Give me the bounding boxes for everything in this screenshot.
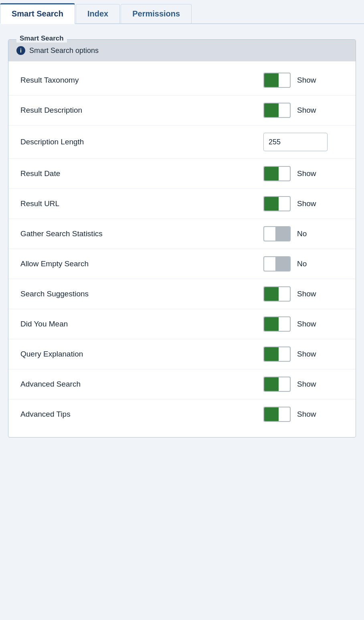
setting-row-search-suggestions: Search SuggestionsShow <box>8 279 356 309</box>
tab-smart-search[interactable]: Smart Search <box>0 3 75 24</box>
options-banner-text: Smart Search options <box>29 47 99 55</box>
setting-row-gather-search-statistics: Gather Search StatisticsNo <box>8 219 356 249</box>
input-description-length[interactable] <box>263 133 328 151</box>
toggle-advanced-tips[interactable] <box>263 407 291 422</box>
setting-status-advanced-tips: Show <box>297 410 317 419</box>
toggle-did-you-mean[interactable] <box>263 316 291 332</box>
setting-control-search-suggestions: Show <box>263 286 344 302</box>
setting-row-description-length: Description Length <box>8 126 356 159</box>
tab-index[interactable]: Index <box>76 4 120 23</box>
setting-row-allow-empty-search: Allow Empty SearchNo <box>8 249 356 279</box>
setting-status-did-you-mean: Show <box>297 320 317 328</box>
setting-row-did-you-mean: Did You MeanShow <box>8 309 356 339</box>
setting-control-result-date: Show <box>263 166 344 181</box>
setting-row-advanced-tips: Advanced TipsShow <box>8 399 356 429</box>
toggle-advanced-search[interactable] <box>263 377 291 392</box>
toggle-thumb-allow-empty-search <box>275 257 290 271</box>
toggle-thumb-gather-search-statistics <box>275 227 290 241</box>
setting-label-advanced-tips: Advanced Tips <box>20 410 263 419</box>
toggle-query-explanation[interactable] <box>263 346 291 362</box>
setting-status-gather-search-statistics: No <box>297 229 317 238</box>
setting-label-search-suggestions: Search Suggestions <box>20 290 263 298</box>
setting-label-did-you-mean: Did You Mean <box>20 320 263 328</box>
setting-label-result-date: Result Date <box>20 169 263 178</box>
toggle-result-url[interactable] <box>263 196 291 211</box>
setting-status-result-description: Show <box>297 106 317 115</box>
setting-status-advanced-search: Show <box>297 380 317 389</box>
toggle-thumb-search-suggestions <box>264 287 279 301</box>
toggle-allow-empty-search[interactable] <box>263 256 291 272</box>
settings-container: Result TaxonomyShowResult DescriptionSho… <box>8 65 356 429</box>
toggle-thumb-did-you-mean <box>264 317 279 331</box>
setting-status-allow-empty-search: No <box>297 259 317 268</box>
toggle-thumb-result-date <box>264 167 279 180</box>
setting-control-query-explanation: Show <box>263 346 344 362</box>
setting-control-result-description: Show <box>263 103 344 118</box>
setting-control-description-length <box>263 133 344 151</box>
setting-row-result-date: Result DateShow <box>8 159 356 189</box>
content-area: Smart Search i Smart Search options Resu… <box>0 24 364 449</box>
toggle-result-date[interactable] <box>263 166 291 181</box>
toggle-result-taxonomy[interactable] <box>263 73 291 88</box>
toggle-gather-search-statistics[interactable] <box>263 226 291 241</box>
setting-label-description-length: Description Length <box>20 138 263 146</box>
setting-label-gather-search-statistics: Gather Search Statistics <box>20 229 263 238</box>
setting-control-advanced-search: Show <box>263 377 344 392</box>
setting-control-gather-search-statistics: No <box>263 226 344 241</box>
setting-row-advanced-search: Advanced SearchShow <box>8 369 356 399</box>
toggle-thumb-advanced-tips <box>264 407 279 421</box>
setting-row-result-taxonomy: Result TaxonomyShow <box>8 65 356 95</box>
setting-status-result-date: Show <box>297 169 317 178</box>
tabs-bar: Smart Search Index Permissions <box>0 0 364 24</box>
setting-status-query-explanation: Show <box>297 350 317 359</box>
setting-label-result-description: Result Description <box>20 106 263 115</box>
setting-row-result-description: Result DescriptionShow <box>8 95 356 126</box>
toggle-thumb-advanced-search <box>264 377 279 391</box>
tab-permissions[interactable]: Permissions <box>121 4 192 23</box>
setting-row-result-url: Result URLShow <box>8 189 356 219</box>
setting-status-search-suggestions: Show <box>297 290 317 298</box>
setting-label-allow-empty-search: Allow Empty Search <box>20 259 263 268</box>
setting-label-result-taxonomy: Result Taxonomy <box>20 76 263 85</box>
setting-row-query-explanation: Query ExplanationShow <box>8 339 356 369</box>
setting-label-advanced-search: Advanced Search <box>20 380 263 389</box>
info-icon: i <box>16 46 25 55</box>
page-container: Smart Search Index Permissions Smart Sea… <box>0 0 364 449</box>
toggle-thumb-query-explanation <box>264 347 279 361</box>
setting-control-result-url: Show <box>263 196 344 211</box>
setting-status-result-url: Show <box>297 199 317 208</box>
setting-control-did-you-mean: Show <box>263 316 344 332</box>
setting-control-advanced-tips: Show <box>263 407 344 422</box>
setting-control-result-taxonomy: Show <box>263 73 344 88</box>
toggle-thumb-result-taxonomy <box>264 73 279 87</box>
toggle-thumb-result-description <box>264 103 279 117</box>
setting-label-query-explanation: Query Explanation <box>20 350 263 359</box>
toggle-thumb-result-url <box>264 197 279 211</box>
section-box: Smart Search i Smart Search options Resu… <box>8 39 356 438</box>
setting-control-allow-empty-search: No <box>263 256 344 272</box>
toggle-search-suggestions[interactable] <box>263 286 291 302</box>
toggle-result-description[interactable] <box>263 103 291 118</box>
options-banner: i Smart Search options <box>8 40 356 61</box>
setting-status-result-taxonomy: Show <box>297 76 317 85</box>
section-title: Smart Search <box>16 34 67 43</box>
setting-label-result-url: Result URL <box>20 199 263 208</box>
